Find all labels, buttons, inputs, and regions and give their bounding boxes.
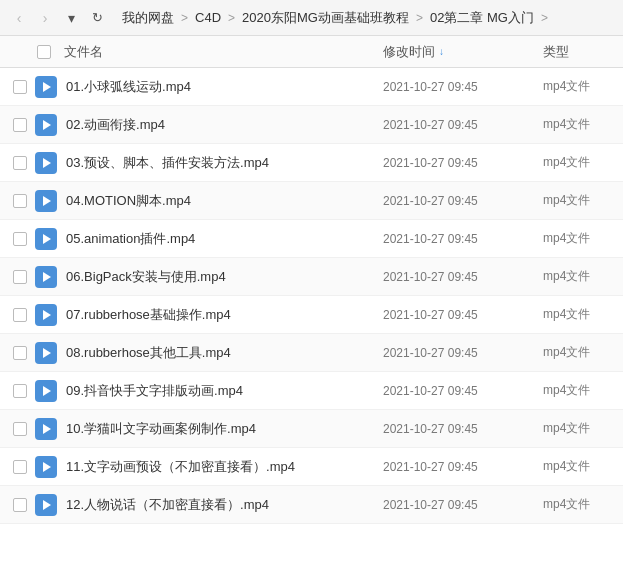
column-headers: 文件名 修改时间 ↓ 类型 <box>0 36 623 68</box>
file-name-3: 04.MOTION脚本.mp4 <box>66 192 383 210</box>
back-button[interactable]: ‹ <box>8 7 30 29</box>
play-triangle-9 <box>43 424 51 434</box>
file-name-0: 01.小球弧线运动.mp4 <box>66 78 383 96</box>
checkbox-10[interactable] <box>13 460 27 474</box>
breadcrumb-sep-0: > <box>180 11 189 25</box>
row-checkbox-6[interactable] <box>8 308 32 322</box>
table-row[interactable]: 02.动画衔接.mp4 2021-10-27 09:45 mp4文件 <box>0 106 623 144</box>
video-play-icon-7 <box>35 342 57 364</box>
file-icon-7 <box>32 339 60 367</box>
play-triangle-11 <box>43 500 51 510</box>
breadcrumb-sep-3: > <box>540 11 549 25</box>
file-icon-1 <box>32 111 60 139</box>
video-play-icon-1 <box>35 114 57 136</box>
row-checkbox-2[interactable] <box>8 156 32 170</box>
video-play-icon-3 <box>35 190 57 212</box>
video-play-icon-2 <box>35 152 57 174</box>
dropdown-button[interactable]: ▾ <box>60 7 82 29</box>
play-triangle-6 <box>43 310 51 320</box>
table-row[interactable]: 03.预设、脚本、插件安装方法.mp4 2021-10-27 09:45 mp4… <box>0 144 623 182</box>
checkbox-0[interactable] <box>13 80 27 94</box>
file-icon-0 <box>32 73 60 101</box>
file-time-9: 2021-10-27 09:45 <box>383 422 543 436</box>
refresh-icon: ↻ <box>92 10 103 25</box>
play-triangle-10 <box>43 462 51 472</box>
play-triangle-2 <box>43 158 51 168</box>
file-name-10: 11.文字动画预设（不加密直接看）.mp4 <box>66 458 383 476</box>
checkbox-7[interactable] <box>13 346 27 360</box>
row-checkbox-5[interactable] <box>8 270 32 284</box>
checkbox-8[interactable] <box>13 384 27 398</box>
play-triangle-8 <box>43 386 51 396</box>
file-type-7: mp4文件 <box>543 344 623 361</box>
video-play-icon-5 <box>35 266 57 288</box>
breadcrumb-item-0[interactable]: 我的网盘 <box>118 7 178 29</box>
file-type-6: mp4文件 <box>543 306 623 323</box>
row-checkbox-0[interactable] <box>8 80 32 94</box>
file-type-3: mp4文件 <box>543 192 623 209</box>
checkbox-11[interactable] <box>13 498 27 512</box>
column-time-header[interactable]: 修改时间 ↓ <box>383 43 543 61</box>
video-play-icon-10 <box>35 456 57 478</box>
checkbox-9[interactable] <box>13 422 27 436</box>
row-checkbox-4[interactable] <box>8 232 32 246</box>
table-row[interactable]: 08.rubberhose其他工具.mp4 2021-10-27 09:45 m… <box>0 334 623 372</box>
top-nav-bar: ‹ › ▾ ↻ 我的网盘 > C4D > 2020东阳MG动画基础班教程 > 0… <box>0 0 623 36</box>
checkbox-3[interactable] <box>13 194 27 208</box>
table-row[interactable]: 07.rubberhose基础操作.mp4 2021-10-27 09:45 m… <box>0 296 623 334</box>
select-all-checkbox[interactable] <box>37 45 51 59</box>
table-row[interactable]: 12.人物说话（不加密直接看）.mp4 2021-10-27 09:45 mp4… <box>0 486 623 524</box>
row-checkbox-7[interactable] <box>8 346 32 360</box>
file-time-6: 2021-10-27 09:45 <box>383 308 543 322</box>
file-type-5: mp4文件 <box>543 268 623 285</box>
table-row[interactable]: 06.BigPack安装与使用.mp4 2021-10-27 09:45 mp4… <box>0 258 623 296</box>
column-type-header: 类型 <box>543 43 623 61</box>
checkbox-1[interactable] <box>13 118 27 132</box>
header-checkbox[interactable] <box>32 45 56 59</box>
checkbox-2[interactable] <box>13 156 27 170</box>
file-type-10: mp4文件 <box>543 458 623 475</box>
row-checkbox-9[interactable] <box>8 422 32 436</box>
file-time-5: 2021-10-27 09:45 <box>383 270 543 284</box>
table-row[interactable]: 11.文字动画预设（不加密直接看）.mp4 2021-10-27 09:45 m… <box>0 448 623 486</box>
file-icon-9 <box>32 415 60 443</box>
file-icon-8 <box>32 377 60 405</box>
row-checkbox-10[interactable] <box>8 460 32 474</box>
file-icon-6 <box>32 301 60 329</box>
row-checkbox-3[interactable] <box>8 194 32 208</box>
table-row[interactable]: 09.抖音快手文字排版动画.mp4 2021-10-27 09:45 mp4文件 <box>0 372 623 410</box>
file-time-8: 2021-10-27 09:45 <box>383 384 543 398</box>
file-type-0: mp4文件 <box>543 78 623 95</box>
file-icon-11 <box>32 491 60 519</box>
row-checkbox-11[interactable] <box>8 498 32 512</box>
file-icon-5 <box>32 263 60 291</box>
file-list: 01.小球弧线运动.mp4 2021-10-27 09:45 mp4文件 02.… <box>0 68 623 562</box>
checkbox-5[interactable] <box>13 270 27 284</box>
breadcrumb-item-2[interactable]: 2020东阳MG动画基础班教程 <box>238 7 413 29</box>
video-play-icon-9 <box>35 418 57 440</box>
file-time-3: 2021-10-27 09:45 <box>383 194 543 208</box>
forward-button[interactable]: › <box>34 7 56 29</box>
table-row[interactable]: 01.小球弧线运动.mp4 2021-10-27 09:45 mp4文件 <box>0 68 623 106</box>
file-name-9: 10.学猫叫文字动画案例制作.mp4 <box>66 420 383 438</box>
breadcrumb: 我的网盘 > C4D > 2020东阳MG动画基础班教程 > 02第二章 MG入… <box>118 7 615 29</box>
row-checkbox-1[interactable] <box>8 118 32 132</box>
table-row[interactable]: 10.学猫叫文字动画案例制作.mp4 2021-10-27 09:45 mp4文… <box>0 410 623 448</box>
breadcrumb-sep-1: > <box>227 11 236 25</box>
checkbox-6[interactable] <box>13 308 27 322</box>
checkbox-4[interactable] <box>13 232 27 246</box>
dropdown-icon: ▾ <box>68 10 75 26</box>
video-play-icon-0 <box>35 76 57 98</box>
breadcrumb-item-3[interactable]: 02第二章 MG入门 <box>426 7 538 29</box>
breadcrumb-item-1[interactable]: C4D <box>191 8 225 27</box>
refresh-button[interactable]: ↻ <box>86 7 108 29</box>
table-row[interactable]: 05.animation插件.mp4 2021-10-27 09:45 mp4文… <box>0 220 623 258</box>
file-time-0: 2021-10-27 09:45 <box>383 80 543 94</box>
row-checkbox-8[interactable] <box>8 384 32 398</box>
table-row[interactable]: 04.MOTION脚本.mp4 2021-10-27 09:45 mp4文件 <box>0 182 623 220</box>
video-play-icon-6 <box>35 304 57 326</box>
play-triangle-4 <box>43 234 51 244</box>
file-name-7: 08.rubberhose其他工具.mp4 <box>66 344 383 362</box>
file-icon-4 <box>32 225 60 253</box>
file-time-7: 2021-10-27 09:45 <box>383 346 543 360</box>
